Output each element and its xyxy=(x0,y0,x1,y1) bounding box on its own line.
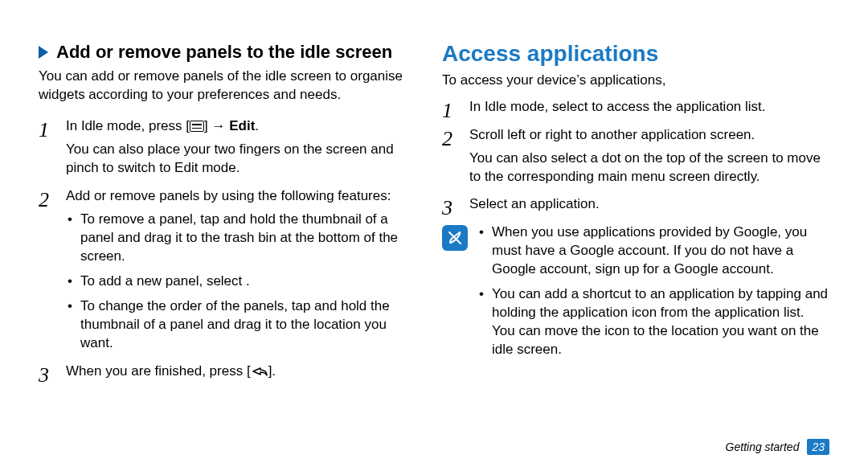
step-number: 1 xyxy=(442,96,465,125)
left-step1-text-b: ] → xyxy=(204,118,229,133)
left-steps: 1 In Idle mode, press [] → Edit. You can… xyxy=(39,117,420,380)
right-steps: 1 In Idle mode, select to access the app… xyxy=(442,98,829,215)
page-footer: Getting started 23 xyxy=(726,439,829,455)
left-step-3: 3 When you are finished, press []. xyxy=(39,362,420,381)
left-step2-text: Add or remove panels by using the follow… xyxy=(66,188,391,203)
left-step1-text-a: In Idle mode, press [ xyxy=(66,118,190,133)
right-step2-text: Scroll left or right to another applicat… xyxy=(469,127,755,142)
edit-label: Edit xyxy=(229,118,255,133)
page-number: 23 xyxy=(807,439,829,455)
list-item: To change the order of the panels, tap a… xyxy=(66,297,420,353)
right-column: Access applications To access your devic… xyxy=(434,42,829,447)
left-step2-bullets: To remove a panel, tap and hold the thum… xyxy=(66,211,420,353)
list-item: To remove a panel, tap and hold the thum… xyxy=(66,211,420,266)
menu-icon xyxy=(190,121,204,132)
left-step-2: 2 Add or remove panels by using the foll… xyxy=(39,187,420,353)
right-step-3: 3 Select an application. xyxy=(442,195,829,214)
right-step-1: 1 In Idle mode, select to access the app… xyxy=(442,98,829,117)
right-step-2: 2 Scroll left or right to another applic… xyxy=(442,126,829,186)
left-step3-text-a: When you are finished, press [ xyxy=(66,363,251,379)
back-icon xyxy=(251,366,268,377)
step-number: 1 xyxy=(39,116,61,144)
left-heading-row: Add or remove panels to the idle screen xyxy=(39,42,420,63)
note-block: When you use applications provided by Go… xyxy=(442,223,829,366)
left-step3-text-b: ]. xyxy=(268,363,276,379)
note-bullets: When you use applications provided by Go… xyxy=(477,223,829,366)
right-step3-text: Select an application. xyxy=(469,196,600,211)
right-step2-extra: You can also select a dot on the top of … xyxy=(469,149,829,186)
page: Add or remove panels to the idle screen … xyxy=(0,0,868,471)
right-step1-text: In Idle mode, select to access the appli… xyxy=(469,99,766,114)
left-column: Add or remove panels to the idle screen … xyxy=(39,42,434,447)
note-icon xyxy=(442,225,468,251)
step-number: 3 xyxy=(442,194,465,222)
left-step-1: 1 In Idle mode, press [] → Edit. You can… xyxy=(39,117,420,178)
footer-section: Getting started xyxy=(726,440,800,453)
left-step1-text-c: . xyxy=(255,118,259,133)
left-heading: Add or remove panels to the idle screen xyxy=(56,42,392,63)
list-item: When you use applications provided by Go… xyxy=(477,223,829,279)
step-number: 2 xyxy=(442,125,465,153)
right-title: Access applications xyxy=(442,42,829,67)
step-number: 2 xyxy=(39,186,61,214)
list-item: To add a new panel, select . xyxy=(66,272,420,291)
list-item: You can add a shortcut to an application… xyxy=(477,285,829,359)
chevron-right-icon xyxy=(39,46,48,59)
left-intro: You can add or remove panels of the idle… xyxy=(39,68,420,104)
step-number: 3 xyxy=(39,361,61,389)
right-intro: To access your device’s applications, xyxy=(442,72,829,90)
left-step1-extra: You can also place your two fingers on t… xyxy=(66,141,420,178)
